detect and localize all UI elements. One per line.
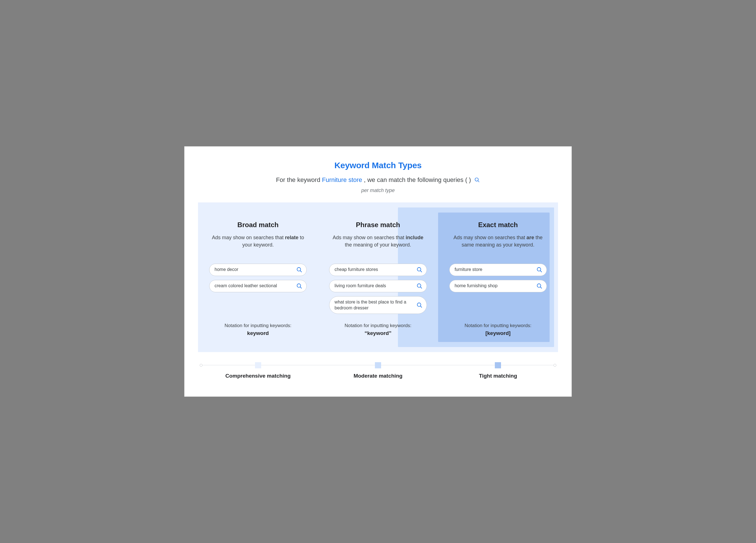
- example-queries: furniture store home furnishing shop: [449, 264, 547, 318]
- svg-line-15: [540, 287, 542, 288]
- svg-line-11: [420, 306, 422, 307]
- query-text: living room furniture deals: [334, 283, 386, 289]
- scale-tick-tight: Tight matching: [438, 362, 558, 379]
- svg-line-3: [300, 270, 302, 272]
- example-queries: cheap furniture stores living room furni…: [329, 264, 427, 318]
- svg-line-13: [540, 270, 542, 272]
- subtitle: For the keyword Furniture store , we can…: [198, 176, 558, 184]
- notation-label: Notation for inputting keywords:: [209, 323, 307, 328]
- svg-point-8: [417, 284, 421, 287]
- svg-point-12: [537, 267, 541, 271]
- desc-pre: Ads may show on searches that: [333, 235, 406, 240]
- scale-swatch: [495, 362, 501, 368]
- search-icon: [474, 177, 480, 183]
- scale-tick-moderate: Moderate matching: [318, 362, 438, 379]
- column-description: Ads may show on searches that relate to …: [209, 234, 307, 256]
- scale-swatch: [375, 362, 381, 368]
- scale-label: Moderate matching: [354, 373, 402, 379]
- query-pill: cheap furniture stores: [329, 264, 427, 276]
- match-types-board: Broad match Ads may show on searches tha…: [198, 202, 558, 352]
- example-queries: home decor cream colored leather section…: [209, 264, 307, 318]
- svg-line-5: [300, 287, 302, 288]
- query-pill: home decor: [209, 264, 307, 276]
- column-phrase-match: Phrase match Ads may show on searches th…: [318, 211, 438, 344]
- desc-bold: include: [406, 235, 423, 240]
- scale-swatch: [255, 362, 261, 368]
- page-title: Keyword Match Types: [198, 161, 558, 170]
- svg-point-0: [475, 178, 479, 181]
- column-broad-match: Broad match Ads may show on searches tha…: [198, 211, 318, 344]
- notation-value: [keyword]: [449, 330, 547, 336]
- diagram-frame: Keyword Match Types For the keyword Furn…: [184, 146, 572, 397]
- query-text: cheap furniture stores: [334, 267, 378, 273]
- desc-bold: relate: [285, 235, 299, 240]
- column-description: Ads may show on searches that include th…: [329, 234, 427, 256]
- example-keyword: Furniture store: [322, 176, 362, 183]
- search-icon: [296, 267, 302, 273]
- matching-scale: Comprehensive matching Moderate matching…: [198, 362, 558, 384]
- desc-bold: are: [527, 235, 534, 240]
- query-pill: furniture store: [449, 264, 547, 276]
- subtitle-post: , we can match the following queries ( ): [364, 176, 471, 183]
- svg-line-9: [420, 287, 422, 288]
- svg-point-2: [297, 267, 301, 271]
- search-icon: [416, 302, 423, 308]
- query-text: what store is the best place to find a b…: [334, 299, 413, 311]
- desc-pre: Ads may show on searches that: [454, 235, 527, 240]
- svg-point-4: [297, 284, 301, 287]
- query-text: home decor: [215, 267, 238, 273]
- column-title: Broad match: [209, 221, 307, 229]
- query-text: cream colored leather sectional: [215, 283, 277, 289]
- svg-point-6: [417, 267, 421, 271]
- subtitle-pre: For the keyword: [276, 176, 322, 183]
- search-icon: [416, 267, 423, 273]
- desc-pre: Ads may show on searches that: [212, 235, 285, 240]
- search-icon: [536, 283, 543, 289]
- query-pill: living room furniture deals: [329, 280, 427, 292]
- notation-value: “keyword”: [329, 330, 427, 336]
- scale-label: Comprehensive matching: [226, 373, 291, 379]
- search-icon: [296, 283, 302, 289]
- scale-ticks: Comprehensive matching Moderate matching…: [198, 362, 558, 379]
- per-match-type-label: per match type: [198, 188, 558, 193]
- query-text: home furnishing shop: [455, 283, 498, 289]
- notation-value: keyword: [209, 330, 307, 336]
- query-pill: what store is the best place to find a b…: [329, 296, 427, 314]
- scale-tick-comprehensive: Comprehensive matching: [198, 362, 318, 379]
- svg-point-14: [537, 284, 541, 287]
- search-icon: [536, 267, 543, 273]
- svg-point-10: [417, 303, 421, 306]
- query-text: furniture store: [455, 267, 482, 273]
- column-title: Exact match: [449, 221, 547, 229]
- svg-line-7: [420, 270, 422, 272]
- column-description: Ads may show on searches that are the sa…: [449, 234, 547, 256]
- column-exact-match: Exact match Ads may show on searches tha…: [438, 211, 558, 344]
- column-title: Phrase match: [329, 221, 427, 229]
- notation-label: Notation for inputting keywords:: [449, 323, 547, 328]
- query-pill: home furnishing shop: [449, 280, 547, 292]
- scale-label: Tight matching: [479, 373, 517, 379]
- notation-label: Notation for inputting keywords:: [329, 323, 427, 328]
- query-pill: cream colored leather sectional: [209, 280, 307, 292]
- search-icon: [416, 283, 423, 289]
- svg-line-1: [478, 181, 479, 182]
- desc-post: the meaning of your keyword.: [345, 242, 411, 248]
